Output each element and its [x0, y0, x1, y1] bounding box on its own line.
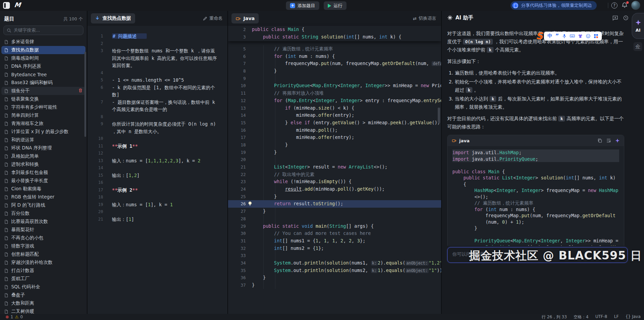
sidebar-item[interactable]: Bytedance Tree [1, 70, 85, 79]
sidebar-item[interactable]: 拿到最多红包金额 [1, 169, 85, 177]
code-line[interactable]: 19 } [228, 149, 441, 156]
code-lines[interactable]: 5 // 遍历数组，统计元素频率6 for (int num : nums) {… [228, 45, 441, 289]
sidebar-item[interactable]: Base32 编码和解码 [1, 79, 85, 87]
markdown-line[interactable]: 18 [87, 194, 227, 201]
sticky-scroll-lines[interactable]: 2public class Main {3 public static Stri… [228, 26, 441, 41]
sidebar-item[interactable]: 不再贪心的小包 [1, 234, 85, 242]
code-line[interactable]: 37} [228, 282, 441, 289]
code-line[interactable]: 23 while (!minHeap.isEmpty()) { [228, 178, 441, 186]
markdown-line[interactable]: 21输出：[1] [87, 216, 227, 223]
markdown-line[interactable]: 8 [87, 113, 227, 121]
sidebar-item[interactable]: 最小替换子串长度 [1, 177, 85, 185]
code-line[interactable]: 34 System.out.println(solution(nums1, k:… [228, 259, 441, 267]
sidebar-item[interactable]: 叠盘子 [1, 291, 85, 299]
code-line[interactable]: 15 } else if (entry.getValue() > minHeap… [228, 119, 441, 127]
ai-conversation[interactable]: 对于这道题，我们需要找出数组中出现频率前 k 高的元素。由于题目要求时间复杂度优… [442, 25, 644, 246]
markdown-editor[interactable]: 1# 问题描述2 3给你一个整数数组 nums 和一个整数 k ，请你返回其中出… [87, 33, 227, 223]
sogou-input-toolbar[interactable]: S 中 ” [536, 31, 602, 41]
code-line[interactable]: 20 [228, 156, 441, 163]
sidebar-item[interactable]: 大数和距离 [1, 299, 85, 307]
sidebar-toggle-icon[interactable] [3, 2, 10, 9]
editor-scrollbar[interactable] [438, 108, 440, 123]
add-problem-button[interactable]: + 添加题目 [286, 1, 319, 10]
code-line[interactable]: 29 public static void main(String[] args… [228, 223, 441, 230]
markdown-line[interactable]: 5- 1 <= nums.length <= 10^5 [87, 77, 227, 84]
code-line[interactable]: 35 System.out.println(solution(nums2, k:… [228, 267, 441, 274]
code-line[interactable]: 31 int[] nums1 = {1, 1, 1, 2, 2, 3}; [228, 237, 441, 245]
code-line[interactable]: 9 [228, 75, 441, 82]
markdown-line[interactable]: 1# 问题描述 [87, 33, 227, 40]
sidebar-item[interactable]: 环状 DNA 序列整理 [1, 144, 85, 152]
code-line[interactable]: 14 minHeap.offer(entry); [228, 112, 441, 119]
code-line[interactable]: 12 for (Map.Entry<Integer, Integer> entr… [228, 97, 441, 105]
status-item[interactable]: LF [614, 314, 619, 320]
sidebar-item[interactable]: 和的逆运算 [1, 136, 85, 144]
code-line[interactable]: 21 List<Integer> result = new ArrayList<… [228, 163, 441, 171]
code-line[interactable]: 13 if (minHeap.size() < k) { [228, 105, 441, 112]
toolbox-grid-icon[interactable] [594, 34, 598, 38]
copy-icon[interactable] [597, 138, 602, 143]
sidebar-item[interactable]: 比赛最高获胜次数 [1, 218, 85, 226]
quote-icon[interactable]: ” [555, 34, 559, 38]
apply-sparkle-icon[interactable] [615, 138, 620, 143]
sidebar-item[interactable]: 字符串有多少种可能性 [1, 103, 85, 111]
translate-floating-icon[interactable]: 佥 [633, 42, 642, 51]
code-line[interactable]: 24 result.add(minHeap.poll().getKey()); [228, 186, 441, 193]
code-line[interactable]: 36 } [228, 274, 441, 282]
markdown-line[interactable]: 16 [87, 179, 227, 187]
sidebar-item[interactable]: 蛋糕工厂 [1, 275, 85, 283]
sidebar-item[interactable]: 青海湖租车之旅 [1, 119, 85, 128]
code-line[interactable]: 22 // 取出堆中的元素 [228, 171, 441, 178]
sidebar-item[interactable]: 打点计数器 [1, 267, 85, 275]
code-line[interactable]: 30 // You can add more test cases here [228, 230, 441, 237]
markdown-line[interactable]: 14 [87, 164, 227, 172]
code-line[interactable]: 7 frequencyMap.put(num, frequencyMap.get… [228, 60, 441, 67]
sidebar-item[interactable]: 及格如此简单 [1, 152, 85, 160]
sidebar-item[interactable]: 创意标题匹配 [1, 250, 85, 258]
sidebar-item[interactable]: SQL 代码补全 [1, 283, 85, 291]
run-button[interactable]: 运行 [324, 1, 347, 10]
code-line[interactable]: 6 for (int num : nums) { [228, 53, 441, 60]
sidebar-item[interactable]: 病毒感染时间 [1, 54, 85, 62]
sidebar-item[interactable]: RGB 色值转 Integer [1, 193, 85, 201]
sidebar-item[interactable]: Cion 勒索病毒 [1, 185, 85, 193]
sidebar-item[interactable]: 简单四则计算 [1, 111, 85, 119]
switch-language-button[interactable]: ⇄ 切换语言 [413, 15, 436, 21]
markdown-line[interactable]: 7- 题目数据保证答案唯一，换句话说，数组中前 k 个高频元素的集合是唯一的 [87, 99, 227, 113]
code-line[interactable]: 28 [228, 215, 441, 223]
new-chat-icon[interactable] [612, 15, 618, 21]
status-item[interactable]: 空格：4 [574, 314, 589, 320]
status-item[interactable]: 行 26，列 33 [542, 314, 567, 320]
history-icon[interactable] [623, 15, 629, 21]
emoji-face-icon[interactable] [586, 34, 591, 38]
code-line[interactable]: 33 [228, 252, 441, 259]
markdown-line[interactable]: 17**示例 2** [87, 187, 227, 194]
markdown-line[interactable]: 15输出：[1,2] [87, 172, 227, 179]
code-line[interactable]: 5 // 遍历数组，统计元素频率 [228, 45, 441, 53]
markdown-line[interactable]: 3给你一个整数数组 nums 和一个整数 k ，请你返回其中出现频率前 k 高的… [87, 47, 227, 69]
code-line[interactable]: 32 int[] nums2 = {1}; [228, 245, 441, 252]
status-item[interactable]: UTF-8 [595, 314, 607, 320]
tab-problem[interactable]: 查找热点数据 [91, 13, 135, 23]
search-input[interactable]: 关键字搜索... [3, 26, 83, 35]
sidebar-item[interactable]: 百分位数 [1, 209, 85, 218]
input-mode-icon[interactable]: 中 [547, 33, 552, 39]
code-line[interactable]: 2public class Main { [228, 26, 441, 33]
code-line[interactable]: 17 minHeap.offer(entry); [228, 134, 441, 141]
sidebar-item[interactable]: 猫鱼分干 [1, 87, 85, 95]
sidebar-item[interactable]: 进制求和转换 [1, 160, 85, 169]
markdown-line[interactable]: 6- k 的取值范围是 [1, 数组中不相同的元素的个数] [87, 84, 227, 99]
code-line[interactable]: 8 } [228, 67, 441, 75]
rename-button[interactable]: 重命名 [203, 15, 223, 21]
markdown-line[interactable]: 9你所设计算法的时间复杂度必须优于 O(n log n) ，其中 n 是数组大小… [87, 121, 227, 135]
sidebar-item[interactable]: 暴雨梨花针 [1, 226, 85, 234]
markdown-line[interactable]: 11**示例 1** [87, 143, 227, 150]
code-line[interactable]: 26 return result.toString(); [228, 200, 441, 208]
promo-banner[interactable]: 分享代码练习体验，领限量定制周边 [511, 1, 597, 10]
marscode-logo[interactable]: M [14, 1, 21, 9]
status-item[interactable]: {} Java [626, 314, 641, 320]
markdown-line[interactable]: 4 [87, 69, 227, 77]
sidebar-item[interactable]: 计算位置 x 到 y 的最少步数 [1, 128, 85, 136]
sidebar-item[interactable]: 二叉树供暖 [1, 307, 85, 314]
skin-shirt-icon[interactable] [578, 34, 583, 38]
